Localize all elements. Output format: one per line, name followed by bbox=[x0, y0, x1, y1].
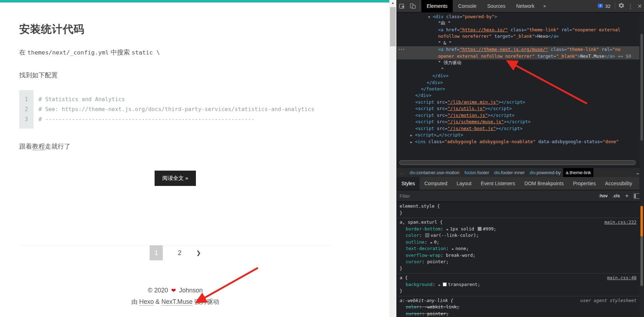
css-declaration[interactable]: color: var(--link-color); bbox=[400, 232, 637, 239]
dom-token-tag: <script bbox=[415, 126, 437, 131]
css-declaration[interactable]: outline: ▶0; bbox=[400, 239, 637, 246]
dom-node-line[interactable]: ▶<ins class="adsbygoogle adsbygoogle-noa… bbox=[397, 139, 644, 145]
css-declaration[interactable]: overflow-wrap: break-word; bbox=[400, 252, 637, 259]
dom-node-line[interactable]: <script src="/js/next-boot.js"></script> bbox=[397, 125, 644, 132]
devtools-tab-network[interactable]: Network bbox=[511, 0, 540, 12]
dom-node-line[interactable]: " bbox=[397, 66, 644, 73]
breadcrumb-overflow-left[interactable]: … bbox=[397, 168, 407, 177]
css-declaration[interactable]: cursor: pointer; bbox=[400, 311, 637, 317]
color-swatch[interactable] bbox=[425, 233, 429, 237]
color-swatch[interactable] bbox=[478, 227, 482, 231]
css-selector[interactable]: a:-webkit-any-link { bbox=[400, 298, 453, 303]
dom-node-line[interactable]: <script src="/js/schemes/muse.js"></scri… bbox=[397, 119, 644, 125]
sidebar-tab-dom-breakpoints[interactable]: DOM Breakpoints bbox=[520, 177, 568, 190]
dom-token-txt: " & " bbox=[438, 40, 452, 46]
sidebar-tab-accessibility[interactable]: Accessibility bbox=[601, 177, 637, 190]
class-toggle[interactable]: .cls bbox=[610, 193, 622, 198]
breadcrumb-item-div-footer-inner[interactable]: div.footer-inner bbox=[492, 168, 527, 177]
breadcrumb-item-div-container-use-motion[interactable]: div.container.use-motion bbox=[407, 168, 462, 177]
dom-node-line[interactable]: •••<a href="https://theme-next.js.org/mu… bbox=[397, 46, 644, 53]
dom-node-line[interactable]: opener external nofollow noreferrer" tar… bbox=[397, 53, 644, 59]
pagination-next-icon[interactable]: ❯ bbox=[196, 245, 201, 260]
dom-node-line[interactable]: " & " bbox=[397, 40, 644, 46]
dom-node-line[interactable]: <script src="/js/utils.js"></script> bbox=[397, 105, 644, 112]
dom-node-line[interactable]: </div> bbox=[397, 79, 644, 86]
page-scrollbar-thumb[interactable] bbox=[390, 7, 396, 46]
dom-node-line[interactable]: nofollow noreferrer" target="_blank">Hex… bbox=[397, 33, 644, 40]
expand-value-icon[interactable]: ▶ bbox=[446, 228, 450, 231]
selected-node-marker: ••• bbox=[398, 46, 405, 53]
sidebar-tab-event-listeners[interactable]: Event Listeners bbox=[476, 177, 520, 190]
dom-node-line[interactable]: </div> bbox=[397, 92, 644, 99]
expand-value-icon[interactable]: ▶ bbox=[430, 241, 434, 244]
dom-token-attr: class= bbox=[429, 139, 445, 144]
css-declaration[interactable]: border-bottom: ▶1px solid #999; bbox=[400, 226, 637, 233]
styles-scrollbar-thumb-orange[interactable] bbox=[640, 206, 643, 237]
dom-node-line[interactable]: <script src="/lib/anime.min.js"></script… bbox=[397, 99, 644, 105]
css-declaration[interactable]: cursor: pointer; bbox=[400, 259, 637, 265]
expand-value-icon[interactable]: ▶ bbox=[451, 247, 455, 251]
dom-token-tag: <script bbox=[415, 106, 437, 111]
breadcrumb-item-footer-footer[interactable]: footer.footer bbox=[462, 168, 492, 177]
expand-arrow-closed-icon[interactable]: ▶ bbox=[410, 139, 415, 145]
hover-state-toggle[interactable]: :hov bbox=[596, 193, 610, 198]
dom-scrollbar-thumb[interactable] bbox=[640, 34, 643, 141]
styles-scrollbar-thumb[interactable] bbox=[640, 237, 643, 286]
dom-node-line[interactable]: <script src="/js/motion.js"></script> bbox=[397, 112, 644, 119]
sidebar-tab-computed[interactable]: Computed bbox=[420, 177, 452, 190]
devtools-tab-sources[interactable]: Sources bbox=[482, 0, 511, 12]
dom-token-tag: > bbox=[494, 14, 497, 19]
stylesheet-source-link[interactable]: main.css:222 bbox=[604, 219, 637, 226]
dom-node-line[interactable]: <a href="https://hexo.io/" class="theme-… bbox=[397, 27, 644, 33]
settings-gear-icon[interactable] bbox=[617, 2, 626, 10]
hexo-link[interactable]: Hexo bbox=[139, 298, 154, 306]
css-selector[interactable]: a, span.exturl { bbox=[400, 219, 442, 225]
next-muse-link[interactable]: NexT.Muse bbox=[161, 298, 193, 306]
inspect-element-icon[interactable] bbox=[397, 1, 407, 11]
expand-value-icon[interactable]: ▶ bbox=[438, 283, 442, 287]
breadcrumb-item-div-powered-by[interactable]: div.powered-by bbox=[527, 168, 563, 177]
dom-node-line[interactable]: ▼<div class="powered-by"> bbox=[397, 14, 644, 20]
dom-node-line[interactable]: "由 " bbox=[397, 20, 644, 26]
copyright-line: © 2020 ❤ Johnson bbox=[19, 287, 331, 294]
device-toolbar-icon[interactable] bbox=[407, 1, 418, 11]
sidebar-tab-layout[interactable]: Layout bbox=[452, 177, 476, 190]
stylesheet-source-link[interactable]: main.css:48 bbox=[607, 275, 637, 281]
devtools-tab-elements[interactable]: Elements bbox=[421, 0, 453, 12]
sidebar-tab-properties[interactable]: Properties bbox=[568, 177, 601, 190]
color-swatch[interactable] bbox=[443, 282, 447, 286]
dom-token-tag: <script bbox=[415, 113, 437, 118]
devtools-tab-console[interactable]: Console bbox=[453, 0, 482, 12]
devtools-vertical-scrollbar[interactable] bbox=[639, 12, 644, 317]
issues-button[interactable]: 32 bbox=[598, 4, 611, 9]
dom-node-line[interactable]: </div> bbox=[397, 73, 644, 79]
copyright-text: © 2020 bbox=[148, 287, 168, 294]
breadcrumb-item-a-theme-link[interactable]: a.theme-link bbox=[563, 168, 593, 177]
sidebar-tab-styles[interactable]: Styles bbox=[397, 177, 420, 190]
dom-node-line[interactable]: </footer> bbox=[397, 86, 644, 92]
tutorial-link[interactable]: 教程 bbox=[32, 143, 45, 150]
css-rule: user agent stylesheeta:-webkit-any-link … bbox=[397, 296, 639, 317]
css-declaration[interactable]: color: -webkit-link; bbox=[400, 304, 637, 311]
css-declaration[interactable]: text-decoration: ▶none; bbox=[400, 245, 637, 252]
expand-arrow-open-icon[interactable]: ▼ bbox=[428, 14, 433, 20]
more-tabs-icon[interactable]: » bbox=[540, 0, 549, 12]
dom-node-line[interactable]: ▶<script>…</script> bbox=[397, 132, 644, 138]
css-declaration[interactable]: background: ▶transparent; bbox=[400, 281, 637, 288]
dom-horizontal-scrollbar-thumb[interactable] bbox=[399, 160, 636, 165]
dom-node-line[interactable]: " 强力驱动 bbox=[397, 59, 644, 66]
pagination-page-2[interactable]: 2 bbox=[173, 245, 186, 260]
dom-token-tag: <script bbox=[415, 99, 437, 105]
css-selector[interactable]: a { bbox=[400, 275, 408, 280]
styles-filter-input[interactable] bbox=[399, 193, 596, 199]
new-style-rule-icon[interactable]: + bbox=[622, 192, 632, 199]
scrollbar-up-arrow[interactable]: ▲ bbox=[389, 0, 396, 6]
read-more-button[interactable]: 阅读全文 » bbox=[155, 171, 196, 186]
expand-arrow-closed-icon[interactable]: ▶ bbox=[410, 132, 415, 139]
dom-token-attr: src= bbox=[437, 99, 447, 105]
dom-token-tag: ></script> bbox=[498, 99, 525, 105]
close-devtools-icon[interactable]: ✕ bbox=[635, 3, 644, 10]
page-scrollbar[interactable]: ▲ bbox=[389, 0, 396, 317]
css-selector[interactable]: element.style { bbox=[400, 203, 440, 209]
kebab-menu-icon[interactable]: ⋮ bbox=[626, 3, 635, 10]
